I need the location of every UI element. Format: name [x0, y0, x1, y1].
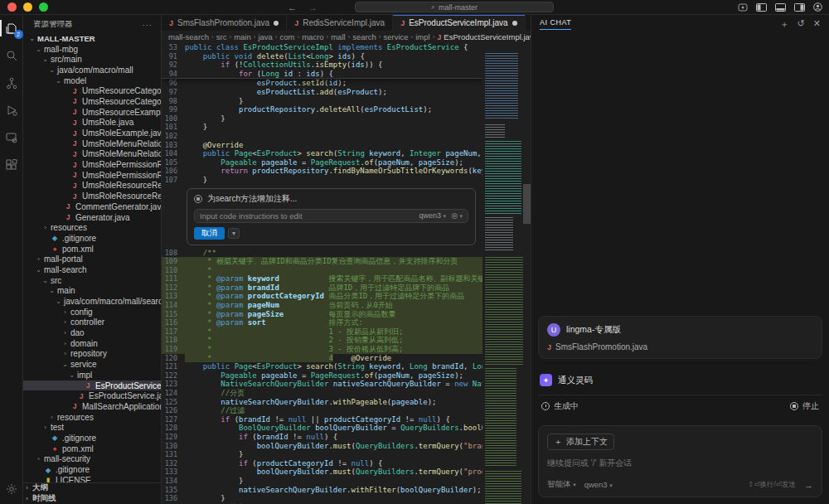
- breadcrumb-item[interactable]: macro: [302, 32, 323, 41]
- tree-item-umsroleresourcerelationexample-j-[interactable]: JUmsRoleResourceRelationExample.j...: [23, 191, 161, 201]
- source-control-icon[interactable]: [3, 75, 20, 91]
- toggle-primary-sidebar-icon[interactable]: [756, 3, 767, 12]
- command-center-search[interactable]: ⌕ mall-master: [355, 2, 554, 12]
- tree-item-mall-security[interactable]: ›mall-security: [23, 454, 161, 465]
- sidebar-section-时间线[interactable]: ›时间线: [23, 493, 161, 504]
- tree-item-test[interactable]: ›test: [23, 422, 161, 433]
- tree-item-java-com-macro-mall[interactable]: ⌄java/com/macro/mall: [23, 65, 161, 75]
- tree-item-umsresourcecategory-java[interactable]: JUmsResourceCategory.java: [23, 85, 161, 96]
- tree-item-java-com-macro-mall-search[interactable]: ⌄java/com/macro/mall/search: [23, 296, 161, 307]
- breadcrumb-item[interactable]: search: [352, 32, 376, 41]
- breadcrumb-item[interactable]: src: [216, 32, 227, 41]
- tree-item-umsrolemenurelation-java[interactable]: JUmsRoleMenuRelation.java: [23, 138, 161, 149]
- tree-item-resources[interactable]: ›resources: [23, 412, 161, 423]
- tree-item-resources[interactable]: ›resources: [23, 222, 161, 233]
- send-icon[interactable]: →: [804, 480, 813, 490]
- breadcrumb-item[interactable]: impl: [415, 32, 429, 41]
- tree-item-src-main[interactable]: ⌄src/main: [23, 54, 161, 65]
- tree-item-esproductservice-java[interactable]: JEsProductService.java: [23, 390, 161, 401]
- inline-chat-input[interactable]: Input code instructions to edit qwen3 ▾ …: [194, 209, 468, 223]
- tree-item--gitignore[interactable]: ◆.gitignore: [23, 433, 161, 443]
- editor-tab-EsProductServiceImpl.java[interactable]: JEsProductServiceImpl.java: [393, 15, 526, 31]
- tree-item-mall-mbg[interactable]: ⌄mall-mbg: [23, 44, 161, 55]
- extensions-icon[interactable]: [3, 157, 20, 173]
- tree-item-impl[interactable]: ⌄impl: [23, 370, 161, 380]
- tree-item-controller[interactable]: ›controller: [23, 317, 161, 328]
- cancel-dropdown-icon[interactable]: ▾: [228, 228, 240, 239]
- tree-item-esproductserviceimpl-java[interactable]: JEsProductServiceImpl.java: [23, 380, 161, 391]
- breadcrumb-item[interactable]: com: [280, 32, 295, 41]
- new-chat-icon[interactable]: ＋: [780, 18, 789, 31]
- nav-forward-icon[interactable]: →: [308, 2, 318, 12]
- tree-item-pom-xml[interactable]: ●pom.xml: [23, 244, 161, 254]
- tree-item-config[interactable]: ›config: [23, 307, 161, 317]
- tree-item-umsrole-java[interactable]: JUmsRole.java: [23, 118, 161, 128]
- tree-item-main[interactable]: ⌄main: [23, 286, 161, 297]
- tree-item-umsresourcecategoryexample-java[interactable]: JUmsResourceCategoryExample.java: [23, 96, 161, 107]
- toggle-panel-icon[interactable]: [775, 3, 786, 12]
- inline-settings-icon[interactable]: ◎ ▾: [451, 211, 463, 220]
- breadcrumb-item[interactable]: java: [258, 32, 272, 41]
- tree-item-domain[interactable]: ›domain: [23, 338, 161, 349]
- tab-label: RedisServiceImpl.java: [303, 18, 385, 27]
- breadcrumb-item[interactable]: mall-search: [168, 32, 209, 41]
- inline-model-select[interactable]: qwen3 ▾: [419, 211, 447, 220]
- editor-tab-RedisServiceImpl.java[interactable]: JRedisServiceImpl.java: [287, 15, 393, 31]
- tree-item-umsresourceexample-java[interactable]: JUmsResourceExample.java: [23, 107, 161, 118]
- history-icon[interactable]: ↺: [797, 18, 805, 31]
- add-context-button[interactable]: ＋ 添加上下文: [547, 434, 614, 450]
- code-editor[interactable]: 53public class EsProductServiceImpl impl…: [162, 43, 531, 504]
- cancel-button[interactable]: 取消: [194, 227, 225, 240]
- tree-item-license[interactable]: ▮LICENSE: [23, 475, 161, 482]
- tree-item--gitignore[interactable]: ◆.gitignore: [23, 464, 161, 475]
- breadcrumb-item[interactable]: service: [383, 32, 408, 41]
- breadcrumb-item[interactable]: mall: [331, 32, 345, 41]
- context-file-chip[interactable]: J SmsFlashPromotion.java: [547, 342, 813, 351]
- tree-item-src[interactable]: ⌄src: [23, 275, 161, 286]
- agent-select[interactable]: 智能体 ▾: [547, 479, 576, 490]
- tree-item-umsrolepermissionrelationexample-[interactable]: JUmsRolePermissionRelationExample...: [23, 170, 161, 181]
- breadcrumb-file[interactable]: EsProductServiceImpl.java: [444, 32, 531, 41]
- editor-tab-SmsFlashPromotion.java[interactable]: JSmsFlashPromotion.java: [162, 15, 287, 31]
- remote-explorer-icon[interactable]: [3, 129, 20, 146]
- tree-item-umsrolemenurelationexample-java[interactable]: JUmsRoleMenuRelationExample.java: [23, 149, 161, 160]
- breadcrumb-item[interactable]: main: [234, 32, 251, 41]
- maximize-window-button[interactable]: [39, 2, 48, 12]
- tree-item-umsroleexample-java[interactable]: JUmsRoleExample.java: [23, 128, 161, 138]
- tree-item-mall-search[interactable]: ⌄mall-search: [23, 264, 161, 275]
- sidebar-section-大纲[interactable]: ›大纲: [23, 483, 161, 494]
- tree-item-commentgenerator-java[interactable]: JCommentGenerator.java: [23, 201, 161, 212]
- chat-input-card[interactable]: ＋ 添加上下文 继续提问或 '/' 新开会话 智能体 ▾ qwen3 ▾ ⇧⏎换…: [538, 425, 822, 497]
- toggle-secondary-sidebar-icon[interactable]: [794, 3, 805, 12]
- scrollbar-thumb[interactable]: [523, 184, 531, 224]
- tree-item-model[interactable]: ⌄model: [23, 75, 161, 86]
- code-line: 112 * @param brandId 品牌ID，用于过滤特定品牌下的商品: [162, 284, 482, 293]
- search-sidebar-icon[interactable]: [3, 47, 20, 64]
- model-select[interactable]: qwen3 ▾: [584, 480, 613, 489]
- tree-item-pom-xml[interactable]: ●pom.xml: [23, 443, 161, 454]
- minimize-window-button[interactable]: [23, 2, 32, 12]
- tree-item-service[interactable]: ⌄service: [23, 359, 161, 370]
- account-icon[interactable]: [813, 2, 822, 12]
- close-window-button[interactable]: [7, 2, 17, 12]
- settings-gear-icon[interactable]: [3, 481, 20, 497]
- tree-item-repository[interactable]: ›repository: [23, 349, 161, 360]
- tree-item-umsrolepermissionrelation-java[interactable]: JUmsRolePermissionRelation.java: [23, 159, 161, 170]
- tree-item-umsroleresourcerelation-java[interactable]: JUmsRoleResourceRelation.java: [23, 181, 161, 191]
- nav-back-icon[interactable]: ←: [288, 2, 297, 12]
- tree-item-mallsearchapplication-java[interactable]: JMallSearchApplication.java: [23, 401, 161, 412]
- minimap[interactable]: [482, 43, 531, 504]
- tab-ai-chat[interactable]: AI CHAT: [540, 18, 571, 30]
- tree-item-label: EsProductServiceImpl.java: [95, 381, 161, 390]
- explorer-more-actions-icon[interactable]: ···: [143, 20, 153, 29]
- tree-item-mall-master[interactable]: ⌄MALL-MASTER: [23, 33, 161, 44]
- stop-generating-icon[interactable]: [194, 195, 202, 203]
- close-panel-icon[interactable]: ✕: [813, 18, 821, 31]
- explorer-icon[interactable]: 2: [3, 20, 20, 36]
- tree-item-dao[interactable]: ›dao: [23, 327, 161, 338]
- tree-item-generator-java[interactable]: JGenerator.java: [23, 212, 161, 223]
- stop-button[interactable]: 停止: [790, 400, 819, 412]
- run-debug-icon[interactable]: [3, 102, 20, 119]
- tree-item-mall-portal[interactable]: ›mall-portal: [23, 254, 161, 264]
- tree-item--gitignore[interactable]: ◆.gitignore: [23, 233, 161, 244]
